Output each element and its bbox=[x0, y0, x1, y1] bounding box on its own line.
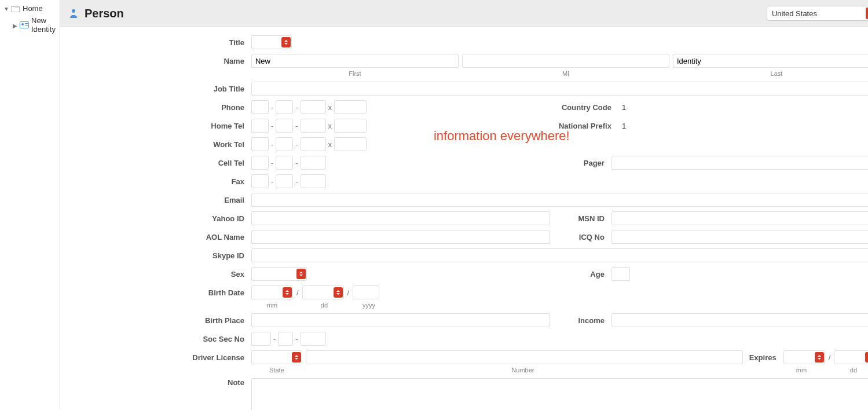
first-name-input[interactable] bbox=[251, 54, 459, 68]
label-fax: Fax bbox=[60, 177, 251, 186]
label-age: Age bbox=[554, 270, 611, 279]
last-name-input[interactable] bbox=[673, 54, 868, 68]
label-note: Note bbox=[60, 378, 251, 387]
label-countrycode: Country Code bbox=[532, 103, 618, 112]
ssn-3[interactable] bbox=[301, 332, 326, 346]
label-email: Email bbox=[60, 196, 251, 204]
country-select[interactable]: United States bbox=[767, 6, 868, 21]
age-input[interactable] bbox=[611, 267, 630, 281]
sublabel-mi: Mi bbox=[462, 70, 669, 77]
pager-input[interactable] bbox=[611, 156, 868, 170]
phone-2[interactable] bbox=[276, 100, 293, 114]
label-worktel: Work Tel bbox=[60, 140, 251, 149]
income-input[interactable] bbox=[611, 313, 868, 327]
header: Person United States bbox=[60, 0, 868, 27]
sex-select[interactable] bbox=[251, 267, 307, 281]
phone-ext[interactable] bbox=[334, 100, 367, 114]
sublabel-mm: mm bbox=[251, 302, 293, 309]
sublabel-last: Last bbox=[673, 70, 868, 77]
ssn-group: - - bbox=[251, 332, 326, 346]
label-name: Name bbox=[60, 57, 251, 65]
tree-item-home[interactable]: ▼ Home bbox=[0, 2, 60, 14]
hometel-2[interactable] bbox=[276, 119, 293, 133]
title-select[interactable] bbox=[251, 35, 292, 49]
disclosure-down-icon: ▼ bbox=[3, 6, 9, 11]
svg-point-4 bbox=[72, 9, 75, 13]
dropdown-icon bbox=[292, 352, 301, 363]
person-icon bbox=[68, 8, 79, 19]
exp-mm-select[interactable] bbox=[783, 350, 825, 364]
birthplace-input[interactable] bbox=[251, 313, 550, 327]
jobtitle-input[interactable] bbox=[251, 82, 868, 96]
yahoo-input[interactable] bbox=[251, 211, 550, 225]
country-value: United States bbox=[767, 9, 866, 18]
dropdown-icon bbox=[815, 352, 824, 363]
phone-group: - - x bbox=[251, 100, 367, 114]
hometel-ext[interactable] bbox=[334, 119, 367, 133]
label-celltel: Cell Tel bbox=[60, 159, 251, 167]
phone-1[interactable] bbox=[251, 100, 269, 114]
note-textarea[interactable] bbox=[251, 378, 868, 410]
dropdown-icon bbox=[283, 287, 292, 298]
label-aol: AOL Name bbox=[60, 233, 251, 241]
worktel-ext[interactable] bbox=[334, 137, 367, 151]
svg-rect-3 bbox=[25, 25, 28, 25]
tree-item-identity[interactable]: ▶ New Identity bbox=[0, 14, 60, 35]
fax-2[interactable] bbox=[276, 174, 293, 188]
form-area: information everywhere! Title Name bbox=[60, 27, 868, 410]
email-input[interactable] bbox=[251, 193, 868, 207]
sublabel-state: State bbox=[251, 367, 302, 374]
celltel-1[interactable] bbox=[251, 156, 269, 170]
label-hometel: Home Tel bbox=[60, 122, 251, 130]
sublabel-dd: dd bbox=[303, 302, 345, 309]
hometel-1[interactable] bbox=[251, 119, 269, 133]
sidebar: ▼ Home ▶ New Identity bbox=[0, 0, 60, 410]
aol-input[interactable] bbox=[251, 230, 550, 244]
hometel-3[interactable] bbox=[301, 119, 326, 133]
dl-number-input[interactable] bbox=[306, 350, 743, 364]
celltel-2[interactable] bbox=[276, 156, 293, 170]
birth-yyyy-input[interactable] bbox=[353, 285, 379, 299]
disclosure-right-icon: ▶ bbox=[13, 23, 17, 28]
birth-dd-select[interactable] bbox=[302, 285, 344, 299]
worktel-2[interactable] bbox=[276, 137, 293, 151]
dl-state-select[interactable] bbox=[251, 350, 302, 364]
label-driver: Driver License bbox=[60, 353, 251, 362]
countrycode-value: 1 bbox=[618, 103, 868, 112]
label-jobtitle: Job Title bbox=[60, 85, 251, 93]
skype-input[interactable] bbox=[251, 248, 868, 262]
icq-input[interactable] bbox=[611, 230, 868, 244]
sublabel-exp-mm: mm bbox=[781, 367, 822, 374]
mi-input[interactable] bbox=[462, 54, 669, 68]
fax-3[interactable] bbox=[301, 174, 326, 188]
worktel-3[interactable] bbox=[301, 137, 326, 151]
ssn-2[interactable] bbox=[278, 332, 293, 346]
dropdown-icon bbox=[296, 269, 306, 279]
sublabel-yyyy: yyyy bbox=[356, 302, 382, 309]
dropdown-icon bbox=[334, 287, 343, 298]
exp-dd-select[interactable] bbox=[834, 350, 868, 364]
label-pager: Pager bbox=[525, 159, 611, 167]
fax-1[interactable] bbox=[251, 174, 269, 188]
svg-rect-2 bbox=[25, 23, 28, 24]
folder-icon bbox=[11, 5, 20, 13]
worktel-1[interactable] bbox=[251, 137, 269, 151]
main-panel: Person United States information everywh… bbox=[60, 0, 868, 410]
celltel-group: - - bbox=[251, 156, 326, 170]
phone-3[interactable] bbox=[301, 100, 326, 114]
page-title: Person bbox=[85, 7, 124, 20]
dropdown-icon bbox=[865, 352, 868, 363]
label-title: Title bbox=[60, 38, 251, 47]
label-phone: Phone bbox=[60, 103, 251, 112]
birth-mm-select[interactable] bbox=[251, 285, 293, 299]
label-birthplace: Birth Place bbox=[60, 316, 251, 325]
label-birthdate: Birth Date bbox=[60, 288, 251, 297]
label-skype: Skype ID bbox=[60, 251, 251, 260]
label-yahoo: Yahoo ID bbox=[60, 214, 251, 223]
label-income: Income bbox=[554, 316, 611, 325]
celltel-3[interactable] bbox=[301, 156, 326, 170]
dropdown-icon bbox=[281, 37, 291, 47]
msn-input[interactable] bbox=[611, 211, 868, 225]
tree-label: New Identity bbox=[31, 16, 56, 34]
ssn-1[interactable] bbox=[251, 332, 271, 346]
